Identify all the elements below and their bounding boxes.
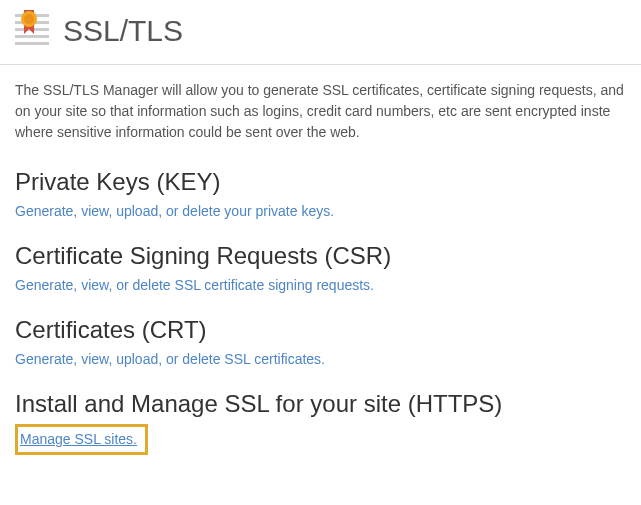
heading-install-ssl: Install and Manage SSL for your site (HT… — [15, 390, 626, 418]
link-manage-ssl-sites[interactable]: Manage SSL sites. — [20, 431, 137, 447]
link-csr[interactable]: Generate, view, or delete SSL certificat… — [15, 277, 374, 293]
highlight-box: Manage SSL sites. — [15, 424, 148, 455]
svg-rect-4 — [15, 42, 49, 45]
heading-crt: Certificates (CRT) — [15, 316, 626, 344]
page-title: SSL/TLS — [63, 14, 183, 48]
heading-private-keys: Private Keys (KEY) — [15, 168, 626, 196]
heading-csr: Certificate Signing Requests (CSR) — [15, 242, 626, 270]
page-description: The SSL/TLS Manager will allow you to ge… — [15, 80, 626, 143]
ssl-certificate-icon — [15, 10, 49, 52]
section-crt: Certificates (CRT) Generate, view, uploa… — [15, 316, 626, 368]
svg-rect-3 — [15, 35, 49, 38]
section-install-ssl: Install and Manage SSL for your site (HT… — [15, 390, 626, 455]
section-csr: Certificate Signing Requests (CSR) Gener… — [15, 242, 626, 294]
page-header: SSL/TLS — [0, 0, 641, 65]
page-content: The SSL/TLS Manager will allow you to ge… — [0, 65, 641, 455]
section-private-keys: Private Keys (KEY) Generate, view, uploa… — [15, 168, 626, 220]
link-crt[interactable]: Generate, view, upload, or delete SSL ce… — [15, 351, 325, 367]
svg-point-6 — [24, 14, 34, 24]
link-private-keys[interactable]: Generate, view, upload, or delete your p… — [15, 203, 334, 219]
